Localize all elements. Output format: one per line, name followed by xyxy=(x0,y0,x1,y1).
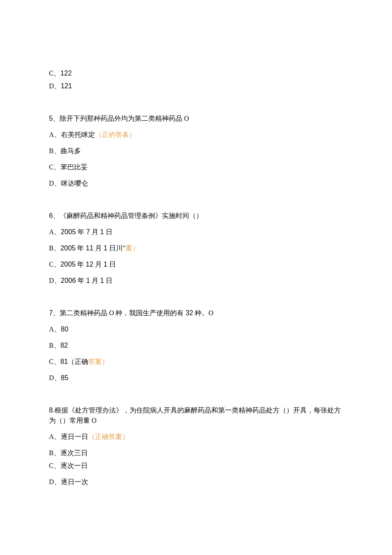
correct-answer-hint: 案） xyxy=(126,244,139,252)
correct-answer-hint: （正的答条） xyxy=(95,131,136,138)
option-b-label: B、 xyxy=(49,244,61,252)
question-number: 8. xyxy=(49,407,55,414)
option-a-label: A、 xyxy=(49,325,61,333)
option-d-label: D、 xyxy=(49,374,61,381)
option-d: D、85 xyxy=(49,373,343,383)
correct-answer-hint: 答案） xyxy=(88,358,109,365)
option-b: B、82 xyxy=(49,340,343,351)
option-c-label: C、 xyxy=(49,70,61,77)
option-b-label: B、 xyxy=(49,342,61,349)
option-a: A、右美托咪定（正的答条） xyxy=(49,130,343,140)
option-a-label: A、 xyxy=(49,228,61,235)
option-c: C、2005 年 12 月 1 日 xyxy=(49,259,343,270)
option-c-label: C、 xyxy=(49,261,61,268)
question-body: 、《麻醉药品和精神药品管理条例》实施时间（） xyxy=(53,212,203,219)
option-c-label: C、逐次一日 xyxy=(49,462,88,469)
question-text: 5、除开下列那种药品外均为第二类精神药品 O xyxy=(49,113,343,124)
option-c-label: C、 xyxy=(49,358,61,365)
option-d-label: D、 xyxy=(49,82,61,90)
correct-answer-hint: （正确答案） xyxy=(88,433,129,440)
option-a-label: A、逐日一日 xyxy=(49,433,88,440)
option-d: D、咪达嘤仑 xyxy=(49,178,343,189)
option-c: C、苯巴比妥 xyxy=(49,162,343,172)
option-d-label: D、咪达嘤仑 xyxy=(49,180,88,187)
question-text: 7、第二类精神药品 O 种，我国生产使用的有 32 种。O xyxy=(49,308,343,318)
question-text: 8.根据《处方管理办法》，为住院病人开具的麻醉药品和第一类精神药品处方（）开具，… xyxy=(49,405,343,426)
question-6: 6、《麻醉药品和精神药品管理条例》实施时间（） A、2005 年 7 月 1 日… xyxy=(49,211,343,286)
option-b: B、2005 年 11 月 1 日川"案） xyxy=(49,243,343,253)
option-a: A、2005 年 7 月 1 日 xyxy=(49,227,343,237)
option-d: D、逐日一次 xyxy=(49,477,343,487)
option-d: D、121 xyxy=(49,81,343,91)
option-a-label: A、右美托咪定 xyxy=(49,131,95,138)
question-7: 7、第二类精神药品 O 种，我国生产使用的有 32 种。O A、80 B、82 … xyxy=(49,308,343,383)
question-8: 8.根据《处方管理办法》，为住院病人开具的麻醉药品和第一类精神药品处方（）开具，… xyxy=(49,405,343,487)
option-b-label: B、曲马多 xyxy=(49,147,81,154)
option-d-value: 121 xyxy=(61,82,72,90)
option-b: B、逐次三日 xyxy=(49,448,343,458)
question-5: 5、除开下列那种药品外均为第二类精神药品 O A、右美托咪定（正的答条） B、曲… xyxy=(49,113,343,189)
option-c: C、81（正确答案） xyxy=(49,357,343,367)
option-d-label: D、逐日一次 xyxy=(49,478,88,485)
option-c-label: C、苯巴比妥 xyxy=(49,163,88,171)
option-d-label: D、 xyxy=(49,277,61,284)
question-4-tail: C、122 D、121 xyxy=(49,68,343,91)
option-c: C、逐次一日 xyxy=(49,461,343,471)
option-d: D、2006 年 1 月 1 日 xyxy=(49,276,343,286)
question-number: 7 xyxy=(49,309,53,317)
option-c-value: 122 xyxy=(61,70,72,77)
option-c: C、122 xyxy=(49,68,343,78)
option-b-label: B、逐次三日 xyxy=(49,449,88,456)
option-b: B、曲马多 xyxy=(49,146,343,156)
question-body: 、除开下列那种药品外均为第二类精神药品 O xyxy=(53,115,189,122)
question-number: 6 xyxy=(49,212,53,219)
option-a: A、80 xyxy=(49,324,343,334)
question-number: 5 xyxy=(49,115,53,122)
question-text: 6、《麻醉药品和精神药品管理条例》实施时间（） xyxy=(49,211,343,221)
option-a: A、逐日一日（正确答案） xyxy=(49,432,343,442)
question-body: 根据《处方管理办法》，为住院病人开具的麻醉药品和第一类精神药品处方（）开具，每张… xyxy=(49,407,341,424)
